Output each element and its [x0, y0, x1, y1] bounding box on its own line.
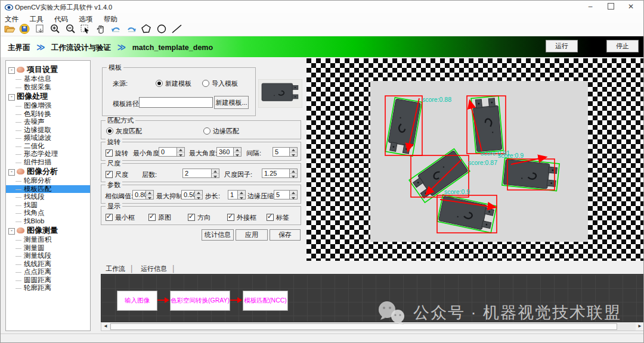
- minimize-button[interactable]: –: [580, 1, 600, 13]
- spin-down-icon[interactable]: [290, 152, 297, 157]
- nms-spinner[interactable]: 0.50: [181, 190, 203, 199]
- max-angle-spinner[interactable]: 360: [216, 147, 242, 157]
- apply-button[interactable]: 应用: [236, 229, 268, 241]
- node-template-match[interactable]: 模板匹配(NCC): [243, 291, 288, 311]
- similarity-spinner[interactable]: 0.80: [132, 190, 154, 199]
- new-template-button[interactable]: 新建模板...: [214, 96, 249, 109]
- scroll-left-icon[interactable]: ◄: [101, 323, 110, 330]
- tree-item-edge-extract[interactable]: 边缘提取: [6, 126, 90, 135]
- original-checkbox[interactable]: 原图: [148, 213, 171, 222]
- radio-import-template[interactable]: 导入模板: [202, 79, 238, 88]
- tree-item-contour-analysis[interactable]: 轮廓分析: [6, 177, 90, 185]
- collapse-icon[interactable]: -: [8, 94, 15, 101]
- collapse-icon[interactable]: -: [8, 67, 15, 74]
- zoom-in-button[interactable]: [49, 23, 61, 35]
- tree-item-measure-circle[interactable]: 测量圆: [6, 244, 90, 252]
- tab-run-info[interactable]: 运行信息: [136, 263, 172, 273]
- spin-up-icon[interactable]: [290, 148, 297, 152]
- spin-up-icon[interactable]: [146, 191, 153, 195]
- save-button[interactable]: [18, 23, 31, 35]
- tree-item-data-capture[interactable]: 数据采集: [6, 83, 90, 92]
- node-color-convert[interactable]: 色彩空间转换(GRAY): [170, 291, 230, 311]
- tree-group-image-analysis[interactable]: -图像分析: [6, 166, 90, 177]
- bbox-checkbox[interactable]: 外接框: [227, 213, 256, 222]
- close-button[interactable]: ✕: [621, 1, 641, 13]
- radio-new-template[interactable]: 新建模板: [156, 79, 191, 88]
- spin-up-icon[interactable]: [290, 169, 297, 174]
- rotate-right-button[interactable]: [125, 23, 138, 35]
- tree-item-freq-filter[interactable]: 频域滤波: [6, 134, 90, 142]
- tree-item-denoise[interactable]: 去噪声: [6, 118, 90, 126]
- collapse-icon[interactable]: -: [8, 228, 15, 235]
- tree-item-image-enhance[interactable]: 图像增强: [6, 102, 90, 110]
- tree-item-find-blob[interactable]: 找Blob: [6, 217, 90, 226]
- tree-group-project-settings[interactable]: -项目设置: [6, 64, 90, 75]
- tree-item-measure-segment[interactable]: 测量线段: [6, 252, 90, 260]
- tree-item-circle-circle-dist[interactable]: 圆圆距离: [6, 276, 90, 285]
- rotation-checkbox[interactable]: 旋转: [106, 149, 128, 158]
- run-button[interactable]: 运行: [546, 40, 578, 52]
- tree-item-morphology[interactable]: 形态学处理: [6, 150, 90, 158]
- direction-checkbox[interactable]: 方向: [188, 213, 210, 222]
- spin-up-icon[interactable]: [212, 169, 219, 174]
- collapse-icon[interactable]: -: [8, 169, 15, 176]
- spin-down-icon[interactable]: [290, 174, 297, 178]
- spin-up-icon[interactable]: [195, 191, 202, 195]
- node-input-image[interactable]: 输入图像: [117, 291, 157, 311]
- tree-item-measure-area[interactable]: 测量面积: [6, 236, 90, 244]
- tab-workflow[interactable]: 工作流: [101, 263, 130, 273]
- zoom-out-button[interactable]: [64, 23, 77, 35]
- tree-item-line-line-dist[interactable]: 线线距离: [6, 260, 90, 269]
- line-button[interactable]: [171, 23, 183, 35]
- edge-compress-spinner[interactable]: 5: [274, 190, 298, 199]
- circle-button[interactable]: [156, 23, 168, 35]
- maximize-button[interactable]: [600, 1, 621, 13]
- minbox-checkbox[interactable]: 最小框: [106, 213, 135, 222]
- tree-item-binarize[interactable]: 二值化: [6, 142, 90, 151]
- tree-item-find-corner[interactable]: 找角点: [6, 209, 90, 217]
- tree-group-image-processing[interactable]: -图像处理: [6, 91, 90, 102]
- template-path-input[interactable]: [139, 97, 213, 108]
- image-viewer[interactable]: score:0.88 score:0.91 score:0.87 score:0…: [306, 58, 644, 261]
- polygon-button[interactable]: [140, 23, 153, 35]
- spin-down-icon[interactable]: [195, 195, 202, 199]
- tree-item-contour-dist[interactable]: 轮廓距离: [6, 284, 90, 292]
- spin-up-icon[interactable]: [234, 148, 241, 152]
- open-folder-button[interactable]: [4, 23, 16, 35]
- spin-up-icon[interactable]: [290, 191, 297, 195]
- scale-checkbox[interactable]: 尺度: [106, 170, 128, 179]
- layers-spinner[interactable]: 2: [182, 169, 219, 178]
- scale-factor-spinner[interactable]: 1.25: [262, 169, 298, 178]
- tree-item-point-point-dist[interactable]: 点点距离: [6, 268, 90, 276]
- tree-item-template-match[interactable]: 模板匹配: [6, 185, 90, 194]
- pan-button[interactable]: [95, 23, 107, 35]
- select-button[interactable]: [79, 23, 92, 35]
- spin-up-icon[interactable]: [238, 191, 245, 195]
- tree-item-color-convert[interactable]: 色彩转换: [6, 110, 90, 119]
- spin-down-icon[interactable]: [234, 152, 241, 157]
- tree-item-find-circle[interactable]: 找圆: [6, 201, 90, 210]
- tree-item-basic-info[interactable]: 基本信息: [6, 75, 90, 83]
- spin-down-icon[interactable]: [290, 195, 297, 199]
- min-angle-spinner[interactable]: 0: [159, 147, 185, 157]
- gap-spinner[interactable]: 5: [273, 147, 298, 157]
- tree-group-image-measure[interactable]: -图像测量: [6, 225, 90, 236]
- breadcrumb-home[interactable]: 主界面: [8, 43, 30, 52]
- radio-edge-match[interactable]: 边缘匹配: [203, 127, 239, 136]
- step-spinner[interactable]: 1: [228, 190, 246, 199]
- stop-button[interactable]: 停止: [606, 40, 639, 52]
- spin-down-icon[interactable]: [146, 195, 153, 199]
- breadcrumb-workflow[interactable]: 工作流设计与验证: [51, 43, 111, 52]
- label-checkbox[interactable]: 标签: [267, 213, 289, 222]
- spin-down-icon[interactable]: [212, 174, 219, 178]
- radio-gray-match[interactable]: 灰度匹配: [106, 127, 142, 136]
- stats-button[interactable]: 统计信息: [202, 229, 234, 241]
- save-result-button[interactable]: 保存: [270, 229, 301, 241]
- spin-up-icon[interactable]: [177, 148, 184, 152]
- tree-item-find-line[interactable]: 找线段: [6, 193, 90, 201]
- spin-down-icon[interactable]: [238, 195, 245, 199]
- snapshot-button[interactable]: [34, 23, 47, 35]
- spin-down-icon[interactable]: [177, 152, 184, 157]
- rotate-left-button[interactable]: [110, 23, 122, 35]
- tree-item-component-scan[interactable]: 组件扫描: [6, 158, 90, 167]
